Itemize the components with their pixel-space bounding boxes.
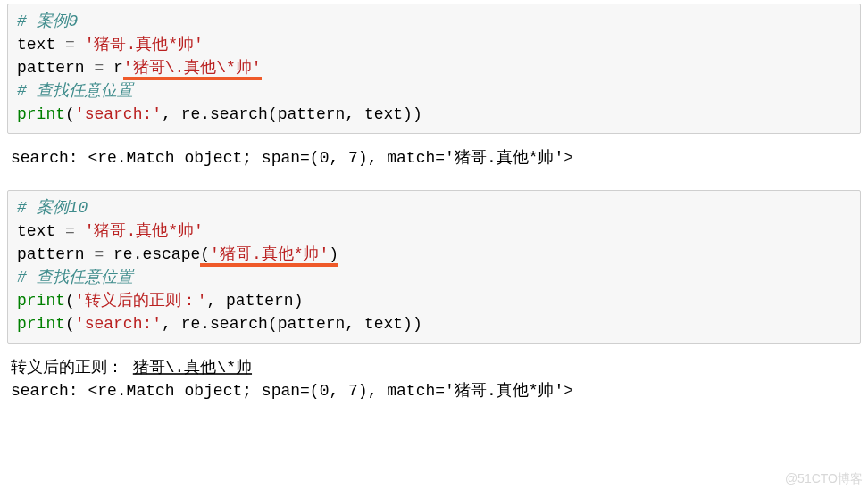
code-identifier: text [17, 222, 65, 240]
output-text: search: <re.Match object; span=(0, 7), m… [11, 149, 573, 167]
string-literal: 'search:' [75, 315, 162, 333]
raw-prefix: r [104, 59, 123, 77]
code-rest: re [104, 245, 132, 263]
code-identifier: pattern [17, 245, 94, 263]
comment: # 查找任意位置 [17, 82, 133, 100]
string-literal: 'search:' [75, 105, 162, 123]
code-line: pattern = r'猪哥\.真他\*帅' [17, 56, 851, 79]
operator: = [94, 59, 104, 77]
paren: ( [65, 105, 75, 123]
code-rest: .search(pattern, text)) [200, 315, 421, 333]
highlighted-span: ('猪哥.真他*帅') [200, 245, 338, 267]
comment: # 案例9 [17, 12, 78, 30]
operator: = [65, 36, 75, 54]
code-line: text = '猪哥.真他*帅' [17, 220, 851, 243]
code-block-2: # 案例10 text = '猪哥.真他*帅' pattern = re.esc… [7, 190, 861, 344]
output-text: search: <re.Match object; span=(0, 7), m… [11, 382, 573, 400]
code-rest: , pattern) [206, 292, 303, 310]
code-line: print('search:', re.search(pattern, text… [17, 312, 851, 336]
code-line: # 案例10 [17, 196, 851, 220]
paren: ( [200, 245, 210, 263]
watermark: @51CTO博客 [785, 471, 863, 487]
output-block-2: 转义后的正则： 猪哥\.真他\*帅 search: <re.Match obje… [0, 352, 868, 406]
code-line: # 查找任意位置 [17, 79, 851, 103]
string-literal: '猪哥.真他*帅' [75, 36, 204, 54]
output-line: 转义后的正则： 猪哥\.真他\*帅 [11, 356, 857, 379]
code-rest: .search(pattern, text)) [200, 105, 421, 123]
output-underlined: 猪哥\.真他\*帅 [133, 359, 252, 377]
code-line: # 案例9 [17, 10, 851, 33]
code-line: print('search:', re.search(pattern, text… [17, 103, 851, 126]
code-rest: , re [162, 315, 200, 333]
paren: ( [65, 292, 75, 310]
method-call: .escape [133, 245, 201, 263]
string-literal: '猪哥.真他*帅' [210, 245, 329, 263]
code-line: text = '猪哥.真他*帅' [17, 33, 851, 56]
output-line: search: <re.Match object; span=(0, 7), m… [11, 379, 857, 402]
string-literal: '转义后的正则：' [75, 292, 207, 310]
code-rest: , re [162, 105, 200, 123]
operator: = [65, 222, 75, 240]
builtin-fn: print [17, 105, 65, 123]
code-line: pattern = re.escape('猪哥.真他*帅') [17, 243, 851, 266]
paren: ) [329, 245, 338, 263]
code-identifier: pattern [17, 59, 94, 77]
code-line: # 查找任意位置 [17, 266, 851, 289]
builtin-fn: print [17, 315, 65, 333]
string-literal: '猪哥.真他*帅' [75, 222, 204, 240]
code-block-1: # 案例9 text = '猪哥.真他*帅' pattern = r'猪哥\.真… [7, 4, 861, 134]
comment: # 查找任意位置 [17, 269, 133, 286]
output-block-1: search: <re.Match object; span=(0, 7), m… [0, 143, 868, 173]
comment: # 案例10 [17, 199, 88, 217]
code-identifier: text [17, 36, 65, 54]
builtin-fn: print [17, 292, 65, 310]
paren: ( [65, 315, 75, 333]
string-literal-highlighted: '猪哥\.真他\*帅' [123, 59, 262, 80]
operator: = [94, 245, 104, 263]
code-line: print('转义后的正则：', pattern) [17, 289, 851, 312]
output-text: 转义后的正则： [11, 359, 133, 377]
